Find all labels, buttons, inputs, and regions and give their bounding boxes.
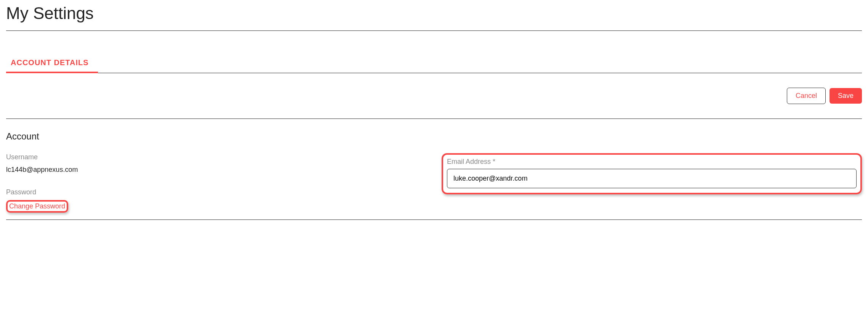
cancel-button[interactable]: Cancel [787,88,826,104]
page-title: My Settings [6,0,862,30]
form-col-right: Email Address * [442,153,862,213]
password-field-group: Password Change Password [6,188,426,213]
tab-account-details[interactable]: ACCOUNT DETAILS [6,54,98,73]
form-col-left: Username lc144b@appnexus.com Password Ch… [6,153,426,213]
save-button[interactable]: Save [830,88,862,104]
form-grid: Username lc144b@appnexus.com Password Ch… [6,153,862,213]
tabs-container: ACCOUNT DETAILS [6,54,862,73]
password-label: Password [6,188,426,196]
section-title-account: Account [6,131,862,142]
email-field[interactable] [447,169,857,188]
change-password-highlight: Change Password [6,200,68,213]
username-value: lc144b@appnexus.com [6,166,426,174]
email-highlight: Email Address * [442,153,862,194]
account-section: Account Username lc144b@appnexus.com Pas… [6,119,862,220]
username-label: Username [6,153,426,161]
change-password-link[interactable]: Change Password [9,202,65,210]
email-label: Email Address * [447,158,857,166]
title-divider [6,30,862,31]
username-field-group: Username lc144b@appnexus.com [6,153,426,174]
action-bar: Cancel Save [6,73,862,119]
